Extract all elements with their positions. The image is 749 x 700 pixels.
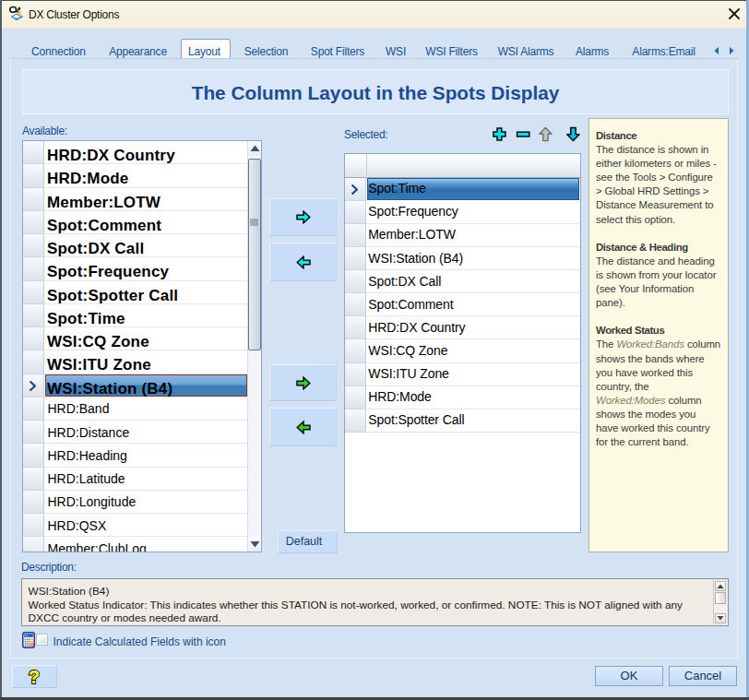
svg-text:?: ? [29, 667, 40, 687]
